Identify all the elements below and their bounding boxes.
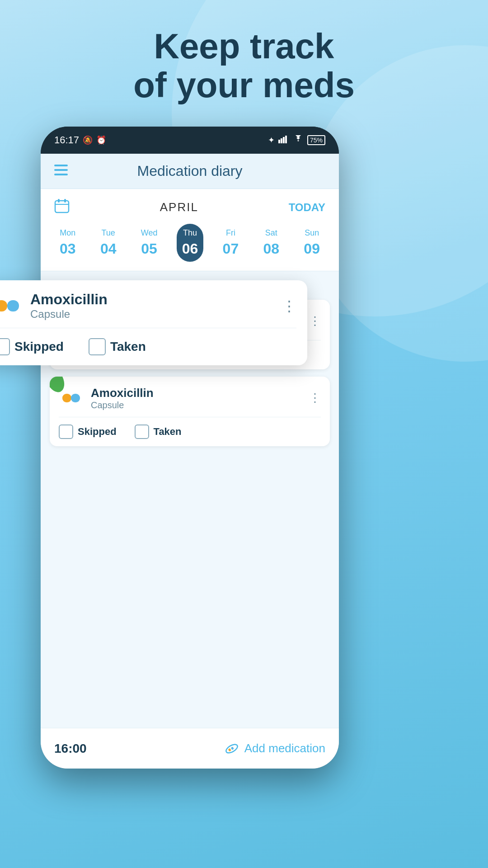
svg-rect-19 <box>230 746 234 750</box>
status-time: 16:17 <box>54 134 79 146</box>
calendar-section: APRIL TODAY Mon 03 Tue 04 Wed 05 Thu <box>41 189 339 271</box>
floating-card-header: Amoxicillin Capsule ⋮ <box>0 280 307 328</box>
amoxicillin2-more-icon[interactable]: ⋮ <box>309 391 321 405</box>
day-tue[interactable]: Tue 04 <box>95 224 122 262</box>
amoxicillin2-skipped-action[interactable]: Skipped <box>59 425 117 439</box>
wifi-icon <box>293 134 304 146</box>
app-title: Medication diary <box>137 163 243 179</box>
app-header: Medication diary <box>41 154 339 189</box>
amoxicillin2-type: Capsule <box>91 400 309 410</box>
svg-rect-22 <box>7 300 19 311</box>
battery-icon: 75% <box>307 135 325 145</box>
floating-actions: Skipped Taken <box>0 328 307 365</box>
day-fri[interactable]: Fri 07 <box>217 224 244 262</box>
amoxicillin2-skipped-checkbox[interactable] <box>59 425 73 439</box>
svg-rect-3 <box>285 136 287 143</box>
floating-med-name: Amoxicillin <box>30 291 282 308</box>
hero-text: Keep track of your meds <box>0 27 488 105</box>
svg-rect-1 <box>281 138 282 143</box>
day-mon[interactable]: Mon 03 <box>54 224 81 262</box>
status-bar: 16:17 🔕 ⏰ ✦ 75% <box>41 127 339 154</box>
floating-card: Amoxicillin Capsule ⋮ Skipped Taken <box>0 280 307 365</box>
hero-line1: Keep track <box>0 27 488 66</box>
svg-rect-5 <box>54 169 68 171</box>
alarm-icon: ⏰ <box>96 135 106 145</box>
signal-icon <box>278 134 289 146</box>
lisinopril-more-icon[interactable]: ⋮ <box>309 314 321 328</box>
svg-rect-0 <box>278 140 280 143</box>
amoxicillin2-info: Amoxicillin Capsule <box>91 386 309 410</box>
svg-rect-18 <box>228 748 231 751</box>
floating-med-info: Amoxicillin Capsule <box>30 291 282 321</box>
app-content: Medication diary APRIL TODAY Mon <box>41 154 339 769</box>
floating-skipped-action[interactable]: Skipped <box>0 338 64 355</box>
amoxicillin2-taken-action[interactable]: Taken <box>135 425 182 439</box>
floating-med-type: Capsule <box>30 308 282 321</box>
floating-taken-label: Taken <box>110 340 146 354</box>
hamburger-icon[interactable] <box>54 164 68 179</box>
amoxicillin2-skipped-label: Skipped <box>78 426 117 438</box>
amoxicillin2-taken-label: Taken <box>154 426 182 438</box>
bluetooth-icon: ✦ <box>268 135 275 145</box>
svg-rect-16 <box>71 394 80 402</box>
svg-rect-9 <box>64 199 66 203</box>
hero-line2: of your meds <box>0 66 488 105</box>
day-thu[interactable]: Thu 06 <box>177 224 204 262</box>
status-left: 16:17 🔕 ⏰ <box>54 134 106 146</box>
svg-rect-6 <box>54 174 68 175</box>
amoxicillin2-header: Amoxicillin Capsule ⋮ <box>50 377 330 417</box>
silent-icon: 🔕 <box>83 135 93 145</box>
days-row: Mon 03 Tue 04 Wed 05 Thu 06 Fri 07 <box>54 224 325 262</box>
svg-rect-2 <box>283 137 285 143</box>
today-button[interactable]: TODAY <box>289 201 325 214</box>
calendar-icon[interactable] <box>54 198 70 217</box>
svg-rect-21 <box>0 300 7 311</box>
month-label: APRIL <box>160 200 198 214</box>
add-medication-button[interactable]: Add medication <box>225 741 325 756</box>
floating-taken-action[interactable]: Taken <box>89 338 146 355</box>
svg-rect-4 <box>54 165 68 166</box>
add-medication-label: Add medication <box>244 741 325 755</box>
phone-frame: 16:17 🔕 ⏰ ✦ 75% <box>41 127 339 769</box>
svg-rect-15 <box>62 394 71 402</box>
med-card-amoxicillin-2: Amoxicillin Capsule ⋮ Skipped Taken <box>50 377 330 446</box>
amoxicillin2-name: Amoxicillin <box>91 386 309 400</box>
floating-taken-checkbox[interactable] <box>89 338 106 355</box>
day-sun[interactable]: Sun 09 <box>298 224 325 262</box>
day-sat[interactable]: Sat 08 <box>258 224 285 262</box>
status-right: ✦ 75% <box>268 134 325 146</box>
floating-skipped-label: Skipped <box>14 340 64 354</box>
bottom-time-label: 16:00 <box>54 741 87 756</box>
svg-rect-7 <box>55 201 69 212</box>
day-wed[interactable]: Wed 05 <box>136 224 163 262</box>
amoxicillin2-actions: Skipped Taken <box>50 417 330 446</box>
floating-skipped-checkbox[interactable] <box>0 338 10 355</box>
svg-rect-8 <box>58 199 60 203</box>
bottom-bar: 16:00 Add medication <box>41 728 339 769</box>
floating-more-icon[interactable]: ⋮ <box>282 297 296 315</box>
amoxicillin2-taken-checkbox[interactable] <box>135 425 149 439</box>
calendar-header: APRIL TODAY <box>54 198 325 217</box>
